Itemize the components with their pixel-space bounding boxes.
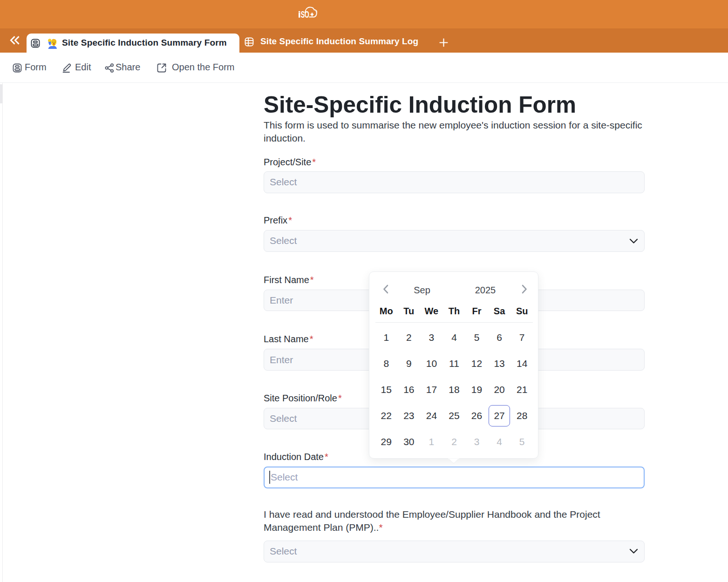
svg-text:®: ® bbox=[315, 10, 317, 13]
svg-text:SO: SO bbox=[301, 9, 309, 18]
